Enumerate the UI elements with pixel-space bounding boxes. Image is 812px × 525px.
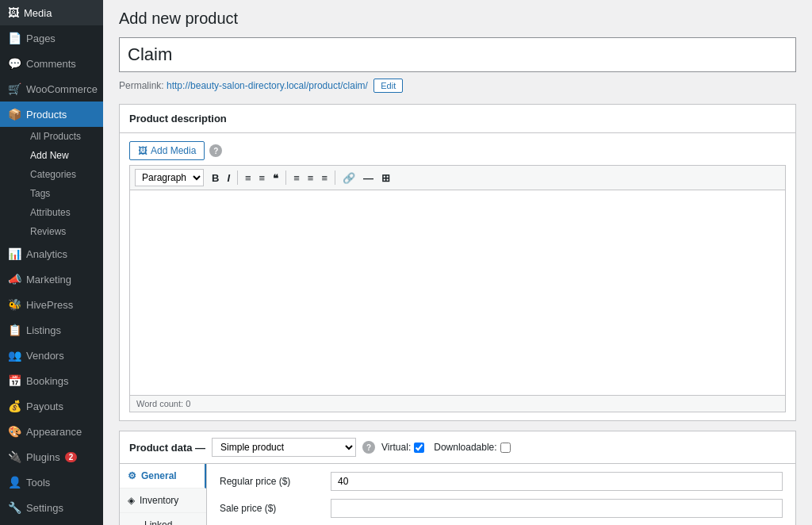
product-data-help-icon[interactable]: ? bbox=[362, 441, 375, 454]
editor-area[interactable] bbox=[129, 190, 786, 396]
tools-icon: 🔧 bbox=[8, 501, 21, 514]
products-submenu: All Products Add New Categories Tags Att… bbox=[0, 127, 103, 241]
sidebar-item-users[interactable]: 👤 Tools bbox=[0, 469, 103, 495]
sidebar-item-listings[interactable]: 📋 Listings bbox=[0, 317, 103, 343]
sidebar-item-label: Pages bbox=[26, 33, 56, 44]
product-description-box: Product description 🖼 Add Media ? Paragr… bbox=[119, 104, 796, 421]
sidebar-item-plugins[interactable]: 🔌 Plugins 2 bbox=[0, 444, 103, 469]
sidebar-item-payouts[interactable]: 💰 Payouts bbox=[0, 393, 103, 419]
sidebar-item-label: Marketing bbox=[26, 274, 71, 285]
regular-price-input[interactable] bbox=[331, 472, 783, 491]
sidebar-item-hivepress[interactable]: 🐝 HivePress bbox=[0, 292, 103, 317]
regular-price-label: Regular price ($) bbox=[220, 476, 331, 487]
downloadable-label[interactable]: Downloadable: bbox=[434, 442, 510, 453]
downloadable-label-text: Downloadable: bbox=[434, 442, 496, 453]
payouts-icon: 💰 bbox=[8, 400, 21, 412]
sale-price-input[interactable] bbox=[331, 499, 783, 518]
editor-formatting-toolbar: Paragraph B I ≡ ≡ ❝ ≡ ≡ ≡ 🔗 — ⊞ bbox=[129, 165, 786, 190]
italic-button[interactable]: I bbox=[224, 171, 233, 186]
add-media-label: Add Media bbox=[151, 145, 196, 156]
all-products-label: All Products bbox=[30, 131, 81, 142]
ordered-list-button[interactable]: ≡ bbox=[256, 171, 269, 186]
attributes-label: Attributes bbox=[30, 207, 71, 218]
sidebar-subitem-reviews[interactable]: Reviews bbox=[22, 222, 103, 241]
align-right-button[interactable]: ≡ bbox=[318, 171, 331, 186]
sidebar-subitem-add-new[interactable]: Add New bbox=[22, 146, 103, 165]
paragraph-select[interactable]: Paragraph bbox=[135, 169, 204, 186]
sidebar-item-tools[interactable]: 🔧 Settings bbox=[0, 495, 103, 520]
sidebar-item-label: Comments bbox=[26, 58, 76, 70]
product-data-header: Product data — Simple product Variable p… bbox=[120, 431, 795, 464]
sidebar-item-marketing[interactable]: 📣 Marketing bbox=[0, 266, 103, 292]
inventory-tab-label: Inventory bbox=[140, 495, 178, 506]
tags-label: Tags bbox=[30, 188, 50, 199]
sidebar-item-analytics[interactable]: 📊 Analytics bbox=[0, 241, 103, 266]
more-button[interactable]: — bbox=[360, 171, 377, 186]
product-data-title: Product data — bbox=[129, 442, 205, 454]
product-data-tabs: ⚙ General ◈ Inventory 🔗 Linked Products bbox=[120, 464, 207, 525]
bold-button[interactable]: B bbox=[209, 171, 222, 186]
pd-tab-linked-products[interactable]: 🔗 Linked Products bbox=[120, 513, 206, 525]
sidebar-item-vendors[interactable]: 👥 Vendors bbox=[0, 343, 103, 368]
permalink-label: Permalink: bbox=[119, 80, 164, 91]
permalink-link[interactable]: http://beauty-salon-directory.local/prod… bbox=[167, 80, 368, 91]
sidebar-subitem-tags[interactable]: Tags bbox=[22, 184, 103, 203]
downloadable-checkbox[interactable] bbox=[500, 443, 511, 453]
description-box-header: Product description bbox=[120, 105, 795, 133]
sidebar-item-label: Listings bbox=[26, 324, 61, 336]
product-data-body: ⚙ General ◈ Inventory 🔗 Linked Products bbox=[120, 464, 795, 525]
sidebar-item-label: Media bbox=[24, 7, 52, 19]
permalink-edit-button[interactable]: Edit bbox=[373, 79, 403, 93]
plugins-icon: 🔌 bbox=[8, 450, 21, 463]
sidebar-item-label: Plugins bbox=[26, 451, 60, 463]
align-center-button[interactable]: ≡ bbox=[304, 171, 317, 186]
sidebar-item-label: Bookings bbox=[26, 375, 68, 387]
pd-tab-general[interactable]: ⚙ General bbox=[120, 464, 206, 489]
product-data-content: Regular price ($) Sale price ($) bbox=[207, 464, 795, 525]
add-media-button[interactable]: 🖼 Add Media bbox=[129, 141, 205, 160]
toolbar-sep-2 bbox=[285, 171, 286, 185]
editor-toolbar-row1: 🖼 Add Media ? bbox=[129, 141, 786, 160]
categories-label: Categories bbox=[30, 169, 76, 180]
permalink-row: Permalink: http://beauty-salon-directory… bbox=[119, 79, 796, 93]
sale-price-row: Sale price ($) bbox=[220, 499, 783, 518]
align-left-button[interactable]: ≡ bbox=[290, 171, 303, 186]
sidebar-item-label: Payouts bbox=[26, 400, 63, 412]
sidebar-item-settings[interactable]: ⚙ bbox=[0, 520, 103, 525]
sidebar-item-label: Tools bbox=[26, 477, 50, 489]
editor-help-icon[interactable]: ? bbox=[209, 144, 222, 157]
word-count: Word count: 0 bbox=[129, 396, 786, 412]
sidebar-subitem-attributes[interactable]: Attributes bbox=[22, 203, 103, 222]
general-tab-label: General bbox=[141, 470, 177, 481]
sidebar-item-woocommerce[interactable]: 🛒 WooCommerce bbox=[0, 76, 103, 102]
sale-price-label: Sale price ($) bbox=[220, 503, 331, 514]
table-button[interactable]: ⊞ bbox=[378, 171, 393, 186]
sidebar-item-bookings[interactable]: 📅 Bookings bbox=[0, 368, 103, 393]
virtual-checkbox[interactable] bbox=[414, 443, 424, 453]
sidebar-item-label: Settings bbox=[26, 502, 63, 514]
sidebar-item-media[interactable]: 🖼 Media bbox=[0, 0, 103, 25]
toolbar-sep-1 bbox=[237, 171, 238, 185]
add-new-label: Add New bbox=[30, 150, 69, 161]
product-data-box: Product data — Simple product Variable p… bbox=[119, 431, 796, 525]
sidebar-subitem-all-products[interactable]: All Products bbox=[22, 127, 103, 146]
sidebar-item-pages[interactable]: 📄 Pages bbox=[0, 25, 103, 51]
product-title-input[interactable] bbox=[119, 37, 796, 72]
description-box-body: 🖼 Add Media ? Paragraph B I ≡ ≡ ❝ bbox=[120, 133, 795, 420]
reviews-label: Reviews bbox=[30, 226, 66, 237]
sidebar-subitem-categories[interactable]: Categories bbox=[22, 165, 103, 184]
sidebar-item-products[interactable]: 📦 Products bbox=[0, 102, 103, 127]
pd-tab-inventory[interactable]: ◈ Inventory bbox=[120, 489, 206, 513]
sidebar-item-label: Analytics bbox=[26, 248, 67, 260]
link-button[interactable]: 🔗 bbox=[339, 171, 358, 186]
virtual-label-text: Virtual: bbox=[381, 442, 411, 453]
sidebar-item-comments[interactable]: 💬 Comments bbox=[0, 51, 103, 76]
regular-price-row: Regular price ($) bbox=[220, 472, 783, 491]
product-type-select[interactable]: Simple product Variable product Grouped … bbox=[212, 438, 356, 457]
virtual-label[interactable]: Virtual: bbox=[381, 442, 424, 453]
blockquote-button[interactable]: ❝ bbox=[270, 171, 282, 186]
sidebar-item-appearance[interactable]: 🎨 Appearance bbox=[0, 419, 103, 444]
bookings-icon: 📅 bbox=[8, 374, 21, 387]
pages-icon: 📄 bbox=[8, 32, 21, 44]
unordered-list-button[interactable]: ≡ bbox=[242, 171, 255, 186]
